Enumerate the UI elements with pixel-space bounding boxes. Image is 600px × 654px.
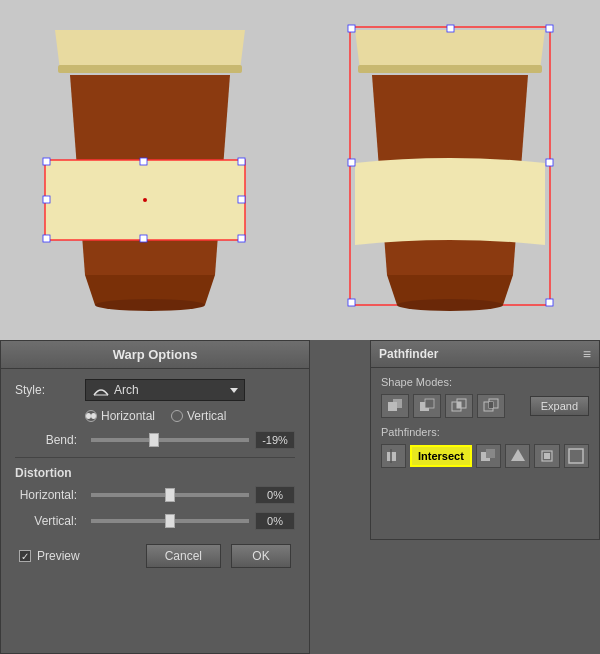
crop-icon[interactable] [534,444,559,468]
vert-dist-value: 0% [255,512,295,530]
warp-buttons: ✓ Preview Cancel OK [15,544,295,568]
unite-icon[interactable] [381,394,409,418]
bend-row: Bend: -19% [15,431,295,449]
vertical-label: Vertical [187,409,226,423]
distortion-label: Distortion [15,466,295,480]
vertical-radio[interactable]: Vertical [171,409,226,423]
panel-menu-icon[interactable]: ≡ [583,346,591,362]
trim-icon[interactable] [476,444,501,468]
svg-rect-45 [569,449,583,463]
svg-point-13 [95,299,205,311]
shape-modes-label: Shape Modes: [381,376,589,388]
pathfinder-panel: Pathfinder ≡ Shape Modes: [370,340,600,540]
bend-slider-thumb[interactable] [149,433,159,447]
vert-dist-slider[interactable] [91,519,249,523]
preview-checkbox-group[interactable]: ✓ Preview [19,549,80,563]
style-dropdown[interactable]: Arch [85,379,245,401]
dropdown-arrow-icon [230,388,238,393]
pathfinders-row: Intersect [381,444,589,468]
svg-rect-41 [486,449,495,458]
ok-button[interactable]: OK [231,544,291,568]
expand-button[interactable]: Expand [530,396,589,416]
svg-rect-19 [447,25,454,32]
right-cup-svg [340,15,560,325]
bend-value: -19% [255,431,295,449]
svg-rect-44 [544,453,550,459]
svg-rect-34 [457,402,461,408]
svg-rect-37 [489,402,493,408]
svg-rect-16 [358,65,542,73]
cancel-button[interactable]: Cancel [146,544,221,568]
svg-rect-10 [43,235,50,242]
canvas-area [0,0,600,340]
svg-rect-31 [425,399,434,408]
style-label: Style: [15,383,85,397]
divider [15,457,295,458]
svg-point-26 [397,299,503,311]
svg-rect-5 [43,158,50,165]
preview-label: Preview [37,549,80,563]
arch-icon [92,383,110,397]
warp-content: Style: Arch Horizontal [1,369,309,578]
left-cup-svg [40,15,260,325]
vertical-radio-dot [171,410,183,422]
svg-rect-25 [546,299,553,306]
minus-front-icon[interactable] [413,394,441,418]
svg-rect-2 [58,65,242,73]
svg-rect-12 [238,235,245,242]
svg-rect-21 [348,159,355,166]
svg-marker-15 [355,30,545,70]
svg-marker-1 [55,30,245,70]
horiz-dist-value: 0% [255,486,295,504]
horiz-dist-row: Horizontal: 0% [15,486,295,504]
canvas-right [315,5,585,335]
shape-modes-row: Expand [381,394,589,418]
orientation-radio-group: Horizontal Vertical [85,409,295,423]
pathfinders-label: Pathfinders: [381,426,589,438]
svg-rect-11 [140,235,147,242]
style-value: Arch [114,383,139,397]
horizontal-label: Horizontal [101,409,155,423]
svg-rect-23 [348,299,355,306]
pathfinder-title-bar: Pathfinder ≡ [371,341,599,368]
pathfinder-content: Shape Modes: [371,368,599,484]
svg-rect-22 [546,159,553,166]
horiz-dist-thumb[interactable] [165,488,175,502]
vert-dist-thumb[interactable] [165,514,175,528]
divide-icon[interactable] [381,444,406,468]
horizontal-radio[interactable]: Horizontal [85,409,155,423]
svg-rect-8 [43,196,50,203]
svg-rect-7 [238,158,245,165]
bend-slider-track[interactable] [91,438,249,442]
svg-rect-20 [546,25,553,32]
svg-rect-9 [238,196,245,203]
merge-icon[interactable] [505,444,530,468]
canvas-left [15,5,285,335]
svg-rect-6 [140,158,147,165]
intersect-button[interactable]: Intersect [410,445,471,467]
pathfinder-title: Pathfinder [379,347,438,361]
bend-label: Bend: [15,433,85,447]
warp-panel-title: Warp Options [1,341,309,369]
svg-point-4 [143,198,147,202]
svg-marker-42 [511,449,525,461]
style-row: Style: Arch [15,379,295,401]
warp-options-panel: Warp Options Style: Arch [0,340,310,654]
exclude-icon[interactable] [477,394,505,418]
preview-checkmark: ✓ [19,550,31,562]
svg-rect-18 [348,25,355,32]
outline-icon[interactable] [564,444,589,468]
vert-dist-label: Vertical: [15,514,85,528]
panels-area: Warp Options Style: Arch [0,340,600,654]
action-buttons: Cancel OK [146,544,291,568]
right-side-panel: Pathfinder ≡ Shape Modes: [310,340,600,654]
vert-dist-row: Vertical: 0% [15,512,295,530]
horiz-dist-slider[interactable] [91,493,249,497]
horiz-dist-label: Horizontal: [15,488,85,502]
intersect-shape-icon[interactable] [445,394,473,418]
horizontal-radio-dot [85,410,97,422]
svg-rect-29 [393,399,402,408]
